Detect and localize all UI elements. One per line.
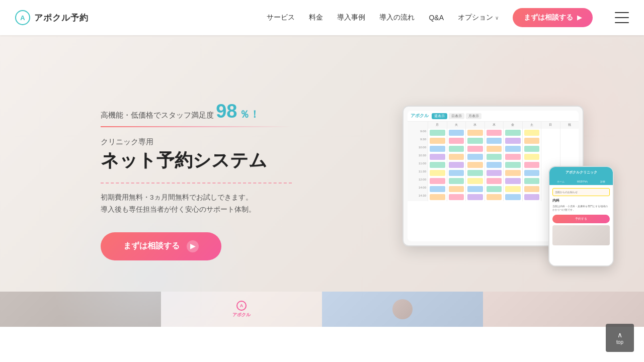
bottom-card-4 (483, 292, 644, 327)
nav-cta-button[interactable]: まずは相談する ▶ (513, 8, 593, 27)
hero-subtitle: クリニック専用 (101, 137, 292, 147)
hero-cta-button[interactable]: まずは相談する ▶ (101, 232, 221, 260)
header: A アポクル予約 サービス 料金 導入事例 導入の流れ Q&A オプション ∨ … (0, 0, 644, 35)
bottom-card-3 (322, 292, 483, 327)
nav-item-flow[interactable]: 導入の流れ (379, 13, 415, 22)
hero-left-content: 高機能・低価格でスタッフ満足度 98 ％！ クリニック専用 ネット予約システム … (101, 102, 292, 260)
tagline-underline (101, 126, 292, 127)
hamburger-menu[interactable] (615, 12, 629, 23)
logo-area[interactable]: A アポクル予約 (15, 10, 89, 25)
phone-cta-button[interactable]: 予約する (552, 215, 610, 223)
bottom-card-1 (0, 292, 161, 327)
nav-item-price[interactable]: 料金 (309, 13, 323, 22)
hero-section: 高機能・低価格でスタッフ満足度 98 ％！ クリニック専用 ネット予約システム … (0, 35, 644, 327)
hero-devices: アポクル 週表示 日表示 月表示 月 火 水 木 (403, 106, 614, 256)
nav-item-qa[interactable]: Q&A (429, 14, 444, 22)
hero-main-title: ネット予約システム (101, 149, 292, 172)
back-to-top-button[interactable]: ∧ top (606, 324, 634, 352)
phone-image (552, 225, 610, 245)
logo-text: アポクル予約 (34, 12, 89, 24)
back-to-top-label: top (616, 339, 623, 345)
dotted-divider (101, 183, 292, 184)
hero-cta-arrow-icon: ▶ (187, 240, 199, 252)
bottom-avatar (392, 299, 413, 319)
chevron-down-icon: ∨ (495, 15, 499, 21)
logo-icon: A (15, 10, 30, 25)
schedule-logo: アポクル (411, 113, 429, 119)
chevron-up-icon: ∧ (617, 331, 622, 338)
main-nav: サービス 料金 導入事例 導入の流れ Q&A オプション ∨ まずは相談する ▶ (267, 8, 629, 27)
schedule-grid-header: 月 火 水 木 金 土 日 祝 (408, 122, 579, 129)
nav-item-options[interactable]: オプション ∨ (458, 13, 499, 22)
nav-item-service[interactable]: サービス (267, 13, 295, 22)
bottom-strip: A アポクル (0, 292, 644, 327)
nav-cta-arrow-icon: ▶ (577, 14, 582, 21)
bottom-card-2: A アポクル (161, 292, 322, 327)
hero-description: 初期費用無料・3ヵ月間無料でお試しできます。 導入後も専任担当者が付く安心のサポ… (101, 192, 292, 216)
hero-tagline: 高機能・低価格でスタッフ満足度 98 ％！ (101, 102, 292, 121)
nav-item-cases[interactable]: 導入事例 (337, 13, 365, 22)
phone-mockup: アポクルクリニック ホーム WEB予約 診療 当院からのお知らせ 内科 当院は内… (548, 166, 614, 266)
